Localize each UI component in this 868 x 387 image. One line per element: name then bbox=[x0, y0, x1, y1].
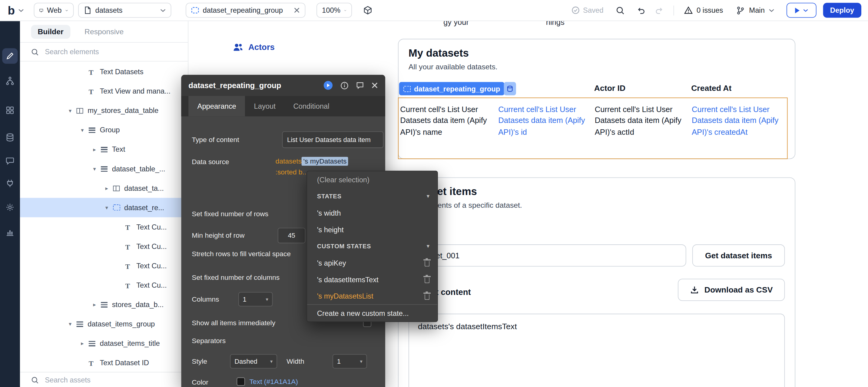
separator-style-select[interactable]: Dashed ▾ bbox=[230, 354, 277, 368]
app-nav-actors[interactable]: Actors bbox=[233, 42, 275, 52]
dropdown-item[interactable]: 's myDatasetsList bbox=[307, 288, 437, 304]
tab-appearance[interactable]: Appearance bbox=[188, 96, 245, 117]
tree-item[interactable]: ▸Text bbox=[20, 139, 188, 159]
tab-conditional[interactable]: Conditional bbox=[284, 96, 338, 117]
separator-width-select[interactable]: 1 ▾ bbox=[333, 354, 367, 368]
left-icon-rail bbox=[0, 21, 20, 387]
tree-item-label: Text Cu... bbox=[136, 223, 167, 231]
chevron-down-icon bbox=[65, 8, 68, 12]
tree-item[interactable]: Text Cu... bbox=[20, 236, 188, 256]
page-select[interactable]: datasets bbox=[78, 3, 171, 18]
design-pencil-icon[interactable] bbox=[2, 48, 18, 64]
trash-icon[interactable] bbox=[425, 278, 430, 283]
tab-responsive[interactable]: Responsive bbox=[78, 25, 130, 38]
search-button[interactable] bbox=[616, 6, 624, 14]
tree-down-arrow-icon[interactable]: ▾ bbox=[105, 204, 113, 211]
component-library-button[interactable] bbox=[363, 5, 372, 15]
logs-chart-icon[interactable] bbox=[2, 224, 18, 240]
tree-item[interactable]: ▸stores_data_b... bbox=[20, 295, 188, 314]
dropdown-item[interactable]: 's height bbox=[307, 221, 437, 238]
get-dataset-items-button[interactable]: Get dataset items bbox=[692, 245, 785, 266]
trash-icon[interactable] bbox=[425, 261, 430, 266]
tree-item-label: stores_data_b... bbox=[112, 300, 164, 309]
expression-selected-token[interactable]: 's myDatasets bbox=[302, 157, 348, 166]
plugins-plug-icon[interactable] bbox=[2, 175, 18, 191]
dropdown-item[interactable]: 's datasetItemsText bbox=[307, 271, 437, 288]
components-grid-icon[interactable] bbox=[2, 103, 18, 118]
tree-right-arrow-icon[interactable]: ▸ bbox=[81, 341, 89, 347]
tree-down-arrow-icon[interactable]: ▾ bbox=[93, 166, 101, 172]
play-circle-icon[interactable] bbox=[323, 80, 333, 90]
app-logo-menu[interactable]: b bbox=[8, 4, 24, 16]
open-element-tab[interactable]: dataset_repeating_group bbox=[186, 3, 305, 18]
dropdown-item[interactable]: Create a new custom state... bbox=[307, 304, 437, 322]
selected-element-chip[interactable]: dataset_repeating_group bbox=[399, 82, 504, 95]
info-icon[interactable] bbox=[340, 81, 349, 89]
dataset-id-input[interactable] bbox=[408, 245, 686, 266]
workflow-icon[interactable] bbox=[2, 73, 18, 89]
close-icon[interactable] bbox=[371, 82, 378, 89]
color-swatch[interactable] bbox=[237, 377, 245, 386]
dropdown-item[interactable]: 's apiKey bbox=[307, 254, 437, 271]
tree-item[interactable]: ▾dataset_re... bbox=[20, 198, 188, 217]
download-csv-button[interactable]: Download as CSV bbox=[678, 279, 785, 301]
data-source-expression[interactable]: datasets's myDatasets bbox=[276, 158, 348, 165]
chevron-down-icon: ▾ bbox=[427, 193, 430, 199]
settings-gear-icon[interactable] bbox=[2, 199, 18, 215]
tree-item-label: Group bbox=[100, 126, 120, 134]
tree-item[interactable]: Text View and mana... bbox=[20, 82, 188, 101]
tree-item[interactable]: ▾my_stores_data_table bbox=[20, 101, 188, 120]
builder-panel: Builder Responsive Text DatasetsText Vie… bbox=[20, 21, 188, 387]
search-assets-input[interactable] bbox=[44, 375, 146, 385]
data-source-chip[interactable] bbox=[504, 82, 516, 95]
tree-right-arrow-icon[interactable]: ▸ bbox=[93, 146, 101, 152]
repeating-group-selection-outline[interactable]: Current cell's List User Datasets data i… bbox=[398, 97, 788, 159]
dropdown-item[interactable]: STATES▾ bbox=[307, 188, 437, 204]
dropdown-item-label: 's datasetItemsText bbox=[317, 275, 379, 284]
comments-icon[interactable] bbox=[2, 153, 18, 168]
branch-select[interactable]: Main bbox=[736, 6, 774, 14]
type-of-content-value[interactable]: List User Datasets data item bbox=[282, 131, 384, 148]
tree-item[interactable]: Text Dataset ID bbox=[20, 353, 188, 373]
preview-run-button[interactable] bbox=[786, 3, 816, 18]
tree-down-arrow-icon[interactable]: ▾ bbox=[69, 107, 76, 114]
tree-item[interactable]: Text Datasets bbox=[20, 62, 188, 82]
platform-select[interactable]: Web bbox=[34, 3, 73, 18]
tree-item[interactable]: Text Cu... bbox=[20, 217, 188, 236]
tree-item[interactable]: ▸dataset_ta... bbox=[20, 179, 188, 198]
comment-icon[interactable] bbox=[356, 82, 364, 89]
magnifier-icon bbox=[31, 48, 39, 56]
tree-item[interactable]: ▾Group bbox=[20, 120, 188, 139]
database-icon[interactable] bbox=[2, 130, 18, 145]
tree-down-arrow-icon[interactable]: ▾ bbox=[69, 321, 76, 327]
deploy-button[interactable]: Deploy bbox=[823, 3, 861, 18]
tree-item[interactable]: ▾dataset_table_... bbox=[20, 159, 188, 179]
issues-indicator[interactable]: 0 issues bbox=[684, 6, 723, 14]
chevron-down-icon: ▾ bbox=[266, 296, 268, 302]
tab-layout[interactable]: Layout bbox=[245, 96, 284, 117]
dropdown-item[interactable]: CUSTOM STATES▾ bbox=[307, 238, 437, 254]
tab-builder[interactable]: Builder bbox=[31, 25, 70, 38]
zoom-select[interactable]: 100% bbox=[316, 3, 352, 18]
tree-right-arrow-icon[interactable]: ▸ bbox=[105, 185, 113, 191]
dropdown-item[interactable]: 's width bbox=[307, 204, 437, 221]
columns-select[interactable]: 1 ▾ bbox=[238, 292, 273, 307]
redo-button[interactable] bbox=[654, 6, 663, 14]
tree-down-arrow-icon[interactable]: ▾ bbox=[81, 127, 89, 133]
repeating-group-icon bbox=[403, 86, 411, 92]
tree-item[interactable]: ▾dataset_items_group bbox=[20, 314, 188, 334]
text-element-icon bbox=[125, 280, 136, 290]
min-height-input[interactable]: 45 bbox=[278, 228, 306, 243]
color-value-link[interactable]: Text (#1A1A1A) bbox=[250, 378, 298, 386]
tree-item[interactable]: ▸dataset_items_title bbox=[20, 334, 188, 353]
inspector-titlebar[interactable]: dataset_repeating_group bbox=[181, 75, 385, 96]
dropdown-item[interactable]: (Clear selection) bbox=[307, 171, 437, 188]
search-elements-input[interactable] bbox=[44, 47, 157, 57]
undo-button[interactable] bbox=[637, 6, 646, 14]
tree-item[interactable]: Text Cu... bbox=[20, 256, 188, 276]
tree-item[interactable]: Text Cu... bbox=[20, 276, 188, 295]
trash-icon[interactable] bbox=[425, 294, 430, 299]
close-icon[interactable] bbox=[294, 7, 300, 13]
tree-right-arrow-icon[interactable]: ▸ bbox=[93, 301, 101, 308]
separators-label: Separators bbox=[192, 337, 226, 345]
